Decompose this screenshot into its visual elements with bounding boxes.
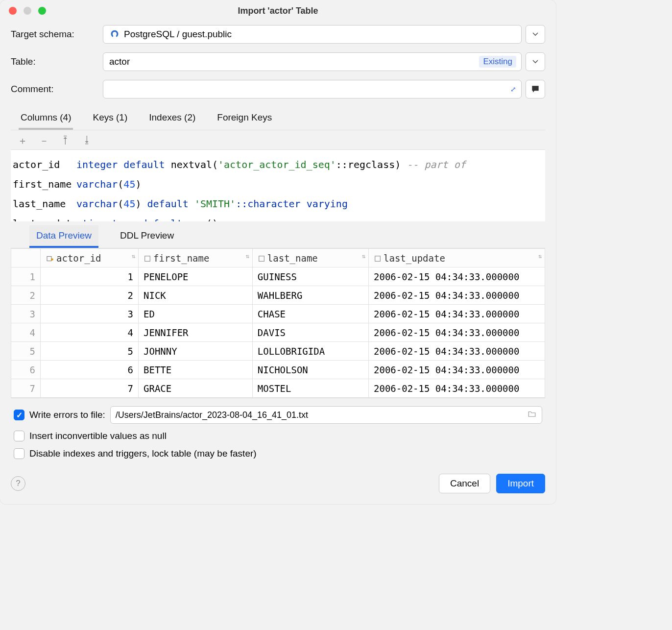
cell-last-name[interactable]: DAVIS (252, 323, 368, 342)
cell-first-name[interactable]: BETTE (139, 361, 253, 379)
chevron-down-icon (532, 59, 538, 65)
window-title: Import 'actor' Table (9, 6, 547, 16)
table-row[interactable]: 44JENNIFERDAVIS2006-02-15 04:34:33.00000… (11, 323, 545, 342)
cell-last-update[interactable]: 2006-02-15 04:34:33.000000 (369, 267, 545, 286)
comment-label: Comment: (11, 84, 98, 95)
key-column-icon (46, 254, 54, 263)
expand-icon[interactable]: ⤢ (510, 85, 516, 93)
cell-last-update[interactable]: 2006-02-15 04:34:33.000000 (369, 286, 545, 305)
rownum-header[interactable] (11, 249, 41, 267)
tab-ddl-preview[interactable]: DDL Preview (113, 225, 181, 248)
col-header-last-update[interactable]: last_update⇅ (369, 249, 545, 267)
form-area: Target schema: PostgreSQL / guest.public… (0, 20, 556, 98)
cell-first-name[interactable]: JOHNNY (139, 342, 253, 361)
row-number: 6 (11, 361, 41, 379)
cell-actor-id[interactable]: 1 (41, 267, 139, 286)
data-preview-grid[interactable]: actor_id⇅ first_name⇅ last_name⇅ last_up… (11, 248, 545, 398)
cell-actor-id[interactable]: 7 (41, 379, 139, 398)
cell-last-name[interactable]: NICHOLSON (252, 361, 368, 379)
row-number: 1 (11, 267, 41, 286)
close-icon[interactable] (9, 7, 17, 15)
row-number: 5 (11, 342, 41, 361)
add-icon[interactable]: ＋ (18, 134, 27, 147)
row-number: 7 (11, 379, 41, 398)
tab-columns[interactable]: Columns (4) (19, 109, 73, 130)
column-icon (144, 255, 151, 263)
column-def-row[interactable]: last_updatetimestamp default now() (13, 214, 543, 221)
cell-last-name[interactable]: GUINESS (252, 267, 368, 286)
column-icon (374, 255, 382, 263)
tab-keys[interactable]: Keys (1) (91, 109, 129, 130)
table-row[interactable]: 77GRACEMOSTEL2006-02-15 04:34:33.000000 (11, 379, 545, 398)
import-table-dialog: Import 'actor' Table Target schema: Post… (0, 0, 556, 504)
cell-first-name[interactable]: PENELOPE (139, 267, 253, 286)
table-row[interactable]: 33EDCHASE2006-02-15 04:34:33.000000 (11, 305, 545, 323)
sort-icon[interactable]: ⇅ (132, 253, 135, 260)
cell-first-name[interactable]: ED (139, 305, 253, 323)
write-errors-checkbox[interactable] (14, 410, 24, 420)
minimize-icon[interactable] (24, 7, 31, 15)
cell-last-update[interactable]: 2006-02-15 04:34:33.000000 (369, 323, 545, 342)
help-button[interactable]: ? (11, 476, 25, 491)
cell-last-name[interactable]: MOSTEL (252, 379, 368, 398)
svg-rect-3 (259, 256, 264, 262)
cell-first-name[interactable]: JENNIFER (139, 323, 253, 342)
svg-point-1 (51, 258, 53, 261)
cell-last-update[interactable]: 2006-02-15 04:34:33.000000 (369, 342, 545, 361)
table-row[interactable]: 55JOHNNYLOLLOBRIGIDA2006-02-15 04:34:33.… (11, 342, 545, 361)
cell-actor-id[interactable]: 5 (41, 342, 139, 361)
comment-input[interactable]: ⤢ (103, 80, 522, 98)
table-row[interactable]: 22NICKWAHLBERG2006-02-15 04:34:33.000000 (11, 286, 545, 305)
sort-icon[interactable]: ⇅ (362, 253, 365, 260)
comment-balloon-button[interactable] (526, 80, 545, 98)
write-errors-label: Write errors to file: (29, 410, 105, 420)
columns-definition[interactable]: actor_idinteger default nextval('actor_a… (11, 150, 545, 221)
sort-icon[interactable]: ⇅ (538, 253, 542, 260)
insert-null-checkbox[interactable] (14, 431, 24, 441)
column-def-row[interactable]: first_namevarchar(45) (13, 174, 543, 194)
cell-actor-id[interactable]: 4 (41, 323, 139, 342)
col-header-last-name[interactable]: last_name⇅ (252, 249, 368, 267)
table-row[interactable]: 11PENELOPEGUINESS2006-02-15 04:34:33.000… (11, 267, 545, 286)
cell-actor-id[interactable]: 2 (41, 286, 139, 305)
cancel-button[interactable]: Cancel (439, 474, 490, 493)
tab-foreign-keys[interactable]: Foreign Keys (215, 109, 274, 130)
cell-actor-id[interactable]: 6 (41, 361, 139, 379)
cell-last-update[interactable]: 2006-02-15 04:34:33.000000 (369, 305, 545, 323)
move-down-icon[interactable]: ⭳ (82, 134, 92, 147)
col-header-actor-id[interactable]: actor_id⇅ (41, 249, 139, 267)
cell-last-update[interactable]: 2006-02-15 04:34:33.000000 (369, 379, 545, 398)
target-schema-select[interactable]: PostgreSQL / guest.public (103, 25, 522, 44)
col-header-first-name[interactable]: first_name⇅ (139, 249, 253, 267)
table-dropdown-button[interactable] (526, 52, 545, 71)
cell-first-name[interactable]: GRACE (139, 379, 253, 398)
target-schema-dropdown-button[interactable] (526, 25, 545, 44)
sort-icon[interactable]: ⇅ (246, 253, 249, 260)
tab-data-preview[interactable]: Data Preview (29, 225, 98, 248)
write-errors-path-input[interactable]: /Users/JetBrains/actor_2023-08-04_16_41_… (110, 406, 542, 424)
cell-last-name[interactable]: WAHLBERG (252, 286, 368, 305)
move-up-icon[interactable]: ⭱ (61, 134, 71, 147)
footer: ? Cancel Import (0, 469, 556, 504)
folder-icon[interactable] (527, 410, 537, 421)
column-def-row[interactable]: actor_idinteger default nextval('actor_a… (13, 155, 543, 174)
column-icon (258, 255, 265, 263)
column-def-row[interactable]: last_namevarchar(45) default 'SMITH'::ch… (13, 194, 543, 214)
cell-last-name[interactable]: LOLLOBRIGIDA (252, 342, 368, 361)
structure-tabs: Columns (4) Keys (1) Indexes (2) Foreign… (0, 109, 556, 130)
cell-actor-id[interactable]: 3 (41, 305, 139, 323)
cell-last-name[interactable]: CHASE (252, 305, 368, 323)
remove-icon[interactable]: － (39, 134, 49, 147)
disable-indexes-checkbox[interactable] (14, 448, 24, 459)
column-toolbar: ＋ － ⭱ ⭳ (11, 130, 545, 150)
cell-last-update[interactable]: 2006-02-15 04:34:33.000000 (369, 361, 545, 379)
import-button[interactable]: Import (496, 474, 545, 493)
svg-rect-4 (375, 256, 381, 262)
titlebar: Import 'actor' Table (0, 0, 556, 20)
row-number: 2 (11, 286, 41, 305)
tab-indexes[interactable]: Indexes (2) (147, 109, 197, 130)
cell-first-name[interactable]: NICK (139, 286, 253, 305)
zoom-icon[interactable] (38, 7, 46, 15)
table-input[interactable]: actor Existing (103, 52, 522, 71)
table-row[interactable]: 66BETTENICHOLSON2006-02-15 04:34:33.0000… (11, 361, 545, 379)
